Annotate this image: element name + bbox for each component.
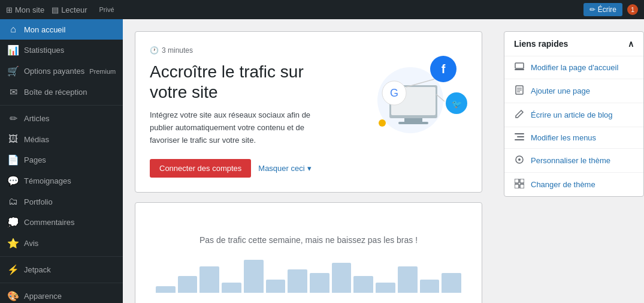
layout: ⌂ Mon accueil 📊 Statistiques 🛒 Options p… xyxy=(0,19,644,303)
shop-icon: 🛒 xyxy=(7,65,19,77)
sidebar-label-commentaires: Commentaires xyxy=(24,218,75,227)
traffic-card: 🕐 3 minutes Accroître le trafic sur votr… xyxy=(135,31,482,193)
chart-bar xyxy=(353,276,373,293)
laptop-icon xyxy=(514,62,525,73)
sidebar-label-portfolio: Portfolio xyxy=(24,197,53,206)
chart-bars xyxy=(150,257,467,293)
sidebar-label-articles: Articles xyxy=(24,114,50,123)
chart-bar xyxy=(244,260,264,293)
sidebar-item-jetpack[interactable]: ⚡ Jetpack xyxy=(0,259,123,280)
sidebar-item-avis[interactable]: ⭐ Avis xyxy=(0,233,123,254)
svg-rect-20 xyxy=(515,63,524,68)
sidebar-item-articles[interactable]: ✏ Articles xyxy=(0,108,123,129)
sidebar-label-jetpack: Jetpack xyxy=(24,265,51,274)
pages-icon: 📄 xyxy=(7,154,19,166)
sidebar-item-temoignages[interactable]: 💬 Témoignages xyxy=(0,170,123,191)
notification-badge[interactable]: 1 xyxy=(627,4,638,15)
svg-rect-31 xyxy=(515,179,519,183)
portfolio-icon: 🗂 xyxy=(7,196,19,207)
svg-point-30 xyxy=(518,158,521,161)
sidebar-divider-3 xyxy=(0,283,123,283)
svg-text:f: f xyxy=(442,62,446,76)
sidebar-label-pages: Pages xyxy=(24,155,46,164)
chart-bar xyxy=(156,286,176,293)
sidebar-item-boite-reception[interactable]: ✉ Boîte de réception xyxy=(0,82,123,103)
quick-link-modifier-menus[interactable]: Modifier les menus xyxy=(504,127,643,149)
medias-icon: 🖼 xyxy=(7,134,19,145)
quick-link-changer-theme-label: Changer de thème xyxy=(531,180,595,189)
chart-bar xyxy=(266,280,286,293)
sidebar-label-avis: Avis xyxy=(24,239,38,248)
articles-icon: ✏ xyxy=(7,113,19,124)
stats-empty-text: Pas de trafic cette semaine, mais ne bai… xyxy=(150,235,467,245)
chart-bar xyxy=(398,266,418,293)
edit-icon xyxy=(514,109,525,121)
traffic-card-content: 🕐 3 minutes Accroître le trafic sur votr… xyxy=(150,46,335,178)
sidebar-item-statistiques[interactable]: 📊 Statistiques xyxy=(0,40,123,61)
sidebar-item-pages[interactable]: 📄 Pages xyxy=(0,149,123,170)
sidebar-item-medias[interactable]: 🖼 Médias xyxy=(0,129,123,149)
topbar: ⊞ Mon site ▤ Lecteur Privé ✏ Écrire 1 xyxy=(0,0,644,19)
home-icon: ⌂ xyxy=(7,24,19,35)
quick-link-modifier-accueil[interactable]: Modifier la page d'accueil xyxy=(504,56,643,79)
chart-bar xyxy=(376,283,395,293)
sidebar-item-portfolio[interactable]: 🗂 Portfolio xyxy=(0,191,123,212)
sidebar-label-mon-accueil: Mon accueil xyxy=(24,25,65,34)
hide-label: Masquer ceci xyxy=(258,164,304,173)
topbar-reader[interactable]: ▤ Lecteur xyxy=(52,5,87,14)
sidebar-item-options-payantes[interactable]: 🛒 Options payantes Premium xyxy=(0,61,123,82)
svg-rect-32 xyxy=(520,179,524,183)
quick-link-ecrire-article[interactable]: Écrire un article de blog xyxy=(504,103,643,127)
collapse-icon[interactable]: ∧ xyxy=(628,39,634,49)
apparence-icon: 🎨 xyxy=(7,290,19,302)
chart-bar xyxy=(199,266,219,293)
svg-point-13 xyxy=(379,119,386,127)
quick-links-header: Liens rapides ∧ xyxy=(504,32,643,56)
sidebar: ⌂ Mon accueil 📊 Statistiques 🛒 Options p… xyxy=(0,19,123,303)
chart-bar xyxy=(420,280,440,293)
hide-button[interactable]: Masquer ceci ▾ xyxy=(258,164,311,173)
quick-link-ecrire-article-label: Écrire un article de blog xyxy=(531,110,613,119)
svg-rect-3 xyxy=(404,118,422,122)
svg-text:G: G xyxy=(390,87,398,99)
sidebar-label-apparence: Apparence xyxy=(24,292,62,301)
connect-accounts-button[interactable]: Connecter des comptes xyxy=(150,159,251,178)
avis-icon: ⭐ xyxy=(7,238,19,249)
svg-text:🐦: 🐦 xyxy=(452,99,462,109)
quick-link-ajouter-page-label: Ajouter une page xyxy=(531,86,590,95)
sidebar-divider-2 xyxy=(0,256,123,257)
sidebar-divider-1 xyxy=(0,105,123,106)
chart-bar xyxy=(222,283,241,293)
sidebar-label-medias: Médias xyxy=(24,135,49,144)
sidebar-label-statistiques: Statistiques xyxy=(24,46,64,55)
sidebar-item-apparence[interactable]: 🎨 Apparence xyxy=(0,286,123,303)
topbar-left: ⊞ Mon site ▤ Lecteur Privé xyxy=(6,5,114,14)
write-button[interactable]: ✏ Écrire xyxy=(583,3,622,16)
stats-card-inner: Pas de trafic cette semaine, mais ne bai… xyxy=(135,203,482,303)
topbar-private-label: Privé xyxy=(99,6,114,13)
inbox-icon: ✉ xyxy=(7,86,19,98)
sidebar-item-mon-accueil[interactable]: ⌂ Mon accueil xyxy=(0,19,123,40)
quick-link-ajouter-page[interactable]: Ajouter une page xyxy=(504,79,643,103)
quick-links-title: Liens rapides xyxy=(514,39,568,49)
jetpack-icon: ⚡ xyxy=(7,264,19,275)
social-svg: G f 🐦 xyxy=(347,46,467,142)
file-icon xyxy=(514,85,525,97)
quick-link-changer-theme[interactable]: Changer de thème xyxy=(504,173,643,196)
wp-icon: ⊞ xyxy=(6,5,13,14)
menu-icon xyxy=(514,133,525,142)
sidebar-label-options-payantes: Options payantes xyxy=(24,67,84,76)
site-label: Mon site xyxy=(15,5,44,14)
sidebar-item-commentaires[interactable]: 💭 Commentaires xyxy=(0,212,123,233)
customize-icon xyxy=(514,155,525,166)
topbar-site[interactable]: ⊞ Mon site xyxy=(6,5,44,14)
grid-icon xyxy=(514,179,525,190)
quick-link-personnaliser-theme[interactable]: Personnaliser le thème xyxy=(504,149,643,173)
stats-icon: 📊 xyxy=(7,44,19,56)
svg-rect-27 xyxy=(517,136,524,137)
svg-rect-26 xyxy=(515,133,524,134)
topbar-right: ✏ Écrire 1 xyxy=(583,3,638,16)
pencil-icon: ✏ xyxy=(589,5,595,14)
chart-bar xyxy=(442,273,461,293)
reader-icon: ▤ xyxy=(52,5,59,14)
